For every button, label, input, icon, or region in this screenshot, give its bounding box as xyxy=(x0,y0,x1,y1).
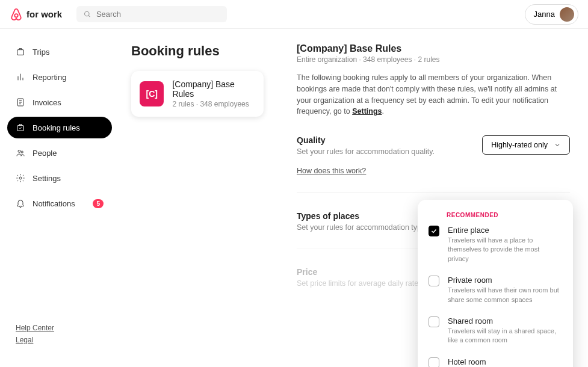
types-title: Types of places xyxy=(297,211,427,221)
rule-card[interactable]: [C] [Company] Base Rules 2 rules · 348 e… xyxy=(131,71,264,117)
brand-logo[interactable]: for work xyxy=(10,8,62,21)
user-menu[interactable]: Janna xyxy=(525,4,578,25)
svg-point-1 xyxy=(85,11,89,16)
rule-title: [Company] Base Rules xyxy=(297,43,570,54)
svg-point-7 xyxy=(19,177,22,179)
rules-icon xyxy=(16,123,25,132)
recommended-label: RECOMMENDED xyxy=(447,212,562,218)
type-option-private[interactable]: Private roomTravelers will have their ow… xyxy=(429,271,562,312)
type-option-shared[interactable]: Shared roomTravelers will stay in a shar… xyxy=(429,312,562,353)
quality-title: Quality xyxy=(297,135,435,145)
quality-section: Quality Set your rules for accommodation… xyxy=(297,135,570,176)
option-desc: Travelers will stay in a shared space, l… xyxy=(448,327,562,345)
svg-rect-2 xyxy=(17,50,24,55)
types-dropdown-panel: RECOMMENDED Entire placeTravelers will h… xyxy=(418,200,573,367)
chevron-down-icon xyxy=(554,141,561,149)
option-title: Entire place xyxy=(448,226,562,235)
search-input[interactable] xyxy=(96,10,220,19)
sidebar-item-notifications[interactable]: Notifications 5 xyxy=(7,193,112,214)
bell-icon xyxy=(16,199,25,208)
quality-help-link[interactable]: How does this work? xyxy=(297,167,366,175)
option-desc: Travelers will have a place to themselve… xyxy=(448,236,562,264)
option-title: Hotel room xyxy=(448,357,562,366)
brand-text: for work xyxy=(26,9,62,19)
checkbox[interactable] xyxy=(429,226,439,236)
option-desc: Travelers will have their own room but s… xyxy=(448,286,562,304)
airbnb-logo-icon xyxy=(10,8,23,21)
sidebar-item-settings[interactable]: Settings xyxy=(7,167,112,189)
option-title: Shared room xyxy=(448,316,562,325)
rules-list-panel: Booking rules [C] [Company] Base Rules 2… xyxy=(119,29,279,367)
type-option-entire[interactable]: Entire placeTravelers will have a place … xyxy=(429,221,562,271)
suitcase-icon xyxy=(16,47,25,57)
gear-icon xyxy=(16,173,25,183)
invoice-icon xyxy=(16,97,25,107)
chart-icon xyxy=(16,72,25,82)
help-center-link[interactable]: Help Center xyxy=(16,324,104,332)
people-icon xyxy=(16,148,25,158)
user-name: Janna xyxy=(534,10,555,19)
svg-point-6 xyxy=(21,151,23,153)
rule-description: The following booking rules apply to all… xyxy=(297,72,570,117)
checkbox[interactable] xyxy=(429,276,439,286)
sidebar-item-reporting[interactable]: Reporting xyxy=(7,66,112,88)
page-title: Booking rules xyxy=(131,43,264,59)
quality-desc: Set your rules for accommodation quality… xyxy=(297,147,435,156)
sidebar-item-trips[interactable]: Trips xyxy=(7,41,112,63)
quality-dropdown[interactable]: Highly-rated only xyxy=(482,135,570,155)
legal-link[interactable]: Legal xyxy=(16,336,104,344)
checkbox[interactable] xyxy=(429,357,439,367)
rule-card-title: [Company] Base Rules xyxy=(172,79,255,99)
divider xyxy=(297,193,570,193)
rule-subtitle: Entire organization · 348 employees · 2 … xyxy=(297,55,570,64)
settings-link[interactable]: Settings xyxy=(352,107,382,116)
avatar xyxy=(560,7,574,22)
search-icon xyxy=(84,10,91,19)
type-option-hotel[interactable]: Hotel roomTravelers will have a private … xyxy=(429,353,562,367)
svg-point-5 xyxy=(18,150,20,152)
sidebar: Trips Reporting Invoices Booking rules P… xyxy=(0,29,119,367)
notification-badge: 5 xyxy=(93,199,104,208)
rule-card-meta: 2 rules · 348 employees xyxy=(172,100,255,108)
sidebar-item-invoices[interactable]: Invoices xyxy=(7,91,112,113)
checkbox[interactable] xyxy=(429,316,439,327)
svg-point-0 xyxy=(14,14,18,17)
sidebar-item-people[interactable]: People xyxy=(7,142,112,164)
option-title: Private room xyxy=(448,276,562,285)
rule-avatar: [C] xyxy=(140,81,164,106)
search-input-wrap[interactable] xyxy=(76,6,227,22)
types-desc: Set your rules for accommodation type. xyxy=(297,223,427,232)
sidebar-item-booking-rules[interactable]: Booking rules xyxy=(7,117,112,138)
